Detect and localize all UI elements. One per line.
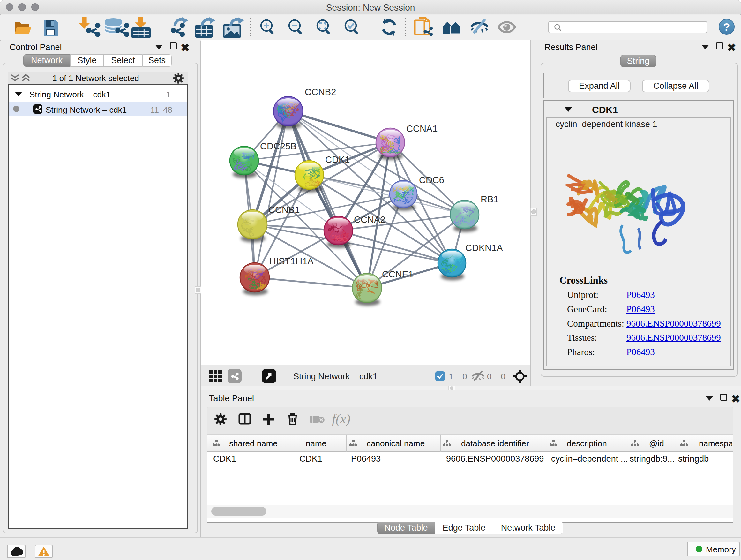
svg-text:CDC6: CDC6: [419, 175, 444, 185]
svg-text:CDKN1A: CDKN1A: [465, 243, 503, 253]
svg-text:CDC25B: CDC25B: [260, 141, 296, 151]
svg-text:CCNA1: CCNA1: [406, 124, 437, 134]
svg-text:HIST1H1A: HIST1H1A: [269, 256, 314, 266]
svg-text:RB1: RB1: [481, 194, 498, 204]
svg-text:CDK1: CDK1: [325, 154, 350, 165]
svg-text:CCNA2: CCNA2: [354, 214, 385, 225]
svg-text:CCNB1: CCNB1: [268, 205, 300, 215]
svg-text:CCNE1: CCNE1: [382, 269, 413, 279]
svg-text:CCNB2: CCNB2: [305, 87, 336, 97]
